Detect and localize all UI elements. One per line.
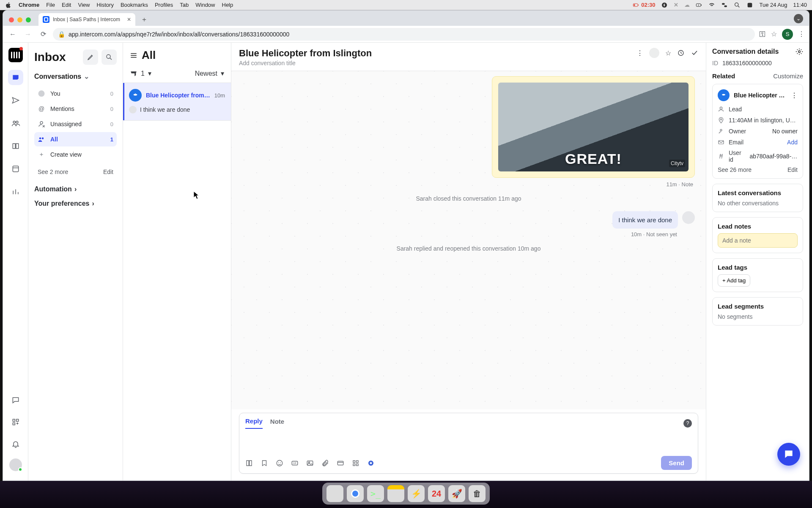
mac-menu-bookmarks[interactable]: Bookmarks [121, 2, 148, 8]
rail-articles[interactable] [8, 138, 23, 154]
dock-notes-icon[interactable] [387, 485, 404, 502]
dock-calendar-icon[interactable]: 24 [428, 485, 445, 502]
rail-apps[interactable] [8, 414, 23, 430]
tab-close-icon[interactable]: ✕ [127, 17, 131, 22]
filter-status[interactable]: 1 ▾ [130, 69, 151, 77]
mac-menu-profiles[interactable]: Profiles [155, 2, 173, 8]
sidebar-preferences[interactable]: Your preferences › [34, 200, 117, 207]
sidebar-item-unassigned[interactable]: Unassigned 0 [34, 117, 117, 131]
mac-menu-help[interactable]: Help [222, 2, 233, 8]
menubar-siri-icon[interactable] [746, 2, 753, 8]
search-button[interactable] [102, 50, 117, 65]
window-minimize-icon[interactable] [17, 17, 22, 22]
sidebar-item-mentions[interactable]: @ Mentions 0 [34, 102, 117, 116]
tab-overflow-icon[interactable]: ⌄ [794, 14, 803, 23]
nav-forward-button[interactable]: → [22, 29, 33, 40]
composer-macros-icon[interactable] [367, 459, 375, 467]
thread-subtitle[interactable]: Add conversation title [239, 60, 372, 66]
add-tag-button[interactable]: + Add tag [718, 274, 750, 287]
rail-contacts[interactable] [8, 116, 23, 131]
menubar-x-icon[interactable]: ✕ [674, 2, 678, 8]
composer-attach-icon[interactable] [321, 459, 329, 467]
nav-back-button[interactable]: ← [7, 29, 18, 40]
thread-more-icon[interactable]: ⋮ [636, 49, 643, 57]
bookmark-star-icon[interactable]: ☆ [771, 30, 777, 38]
entity-more-icon[interactable]: ⋮ [791, 91, 798, 99]
rail-inbox[interactable] [8, 70, 23, 85]
menubar-spotlight-icon[interactable] [734, 2, 741, 8]
composer-input[interactable] [245, 429, 692, 453]
sidebar-item-all[interactable]: All 1 [34, 132, 117, 146]
assignee-avatar-icon[interactable] [649, 48, 659, 58]
composer-emoji-icon[interactable] [276, 459, 283, 467]
browser-tab[interactable]: Inbox | SaaS Paths | Intercom ✕ [38, 13, 135, 26]
window-controls[interactable] [9, 17, 31, 22]
compose-button[interactable] [83, 50, 98, 65]
composer-gif-icon[interactable]: GIF [291, 459, 299, 467]
window-close-icon[interactable] [9, 17, 14, 22]
dock-trash-icon[interactable]: 🗑 [469, 485, 486, 502]
list-menu-icon[interactable] [130, 52, 137, 59]
mac-menu-edit[interactable]: Edit [62, 2, 71, 8]
sidebar-section-conversations[interactable]: Conversations ⌄ [34, 72, 117, 80]
mac-menu-file[interactable]: File [46, 2, 55, 8]
composer-tab-note[interactable]: Note [270, 418, 284, 428]
sidebar-item-you[interactable]: You 0 [34, 86, 117, 101]
entity-name[interactable]: Blue Helicopter fr... [734, 92, 787, 99]
dock-finder-icon[interactable] [326, 485, 343, 502]
rail-product[interactable] [8, 161, 23, 177]
menubar-control-center-icon[interactable] [721, 2, 728, 8]
details-settings-icon[interactable] [796, 48, 803, 55]
composer-apps-icon[interactable] [352, 459, 359, 467]
menubar-bolt-icon[interactable] [661, 2, 668, 8]
conversation-item[interactable]: Blue Helicopter from… 10m I think we are… [123, 83, 231, 121]
thread-close-icon[interactable] [691, 49, 698, 57]
sort-dropdown[interactable]: Newest ▾ [195, 69, 224, 77]
thread-snooze-icon[interactable] [677, 49, 685, 57]
details-see-more[interactable]: See 26 more [718, 166, 752, 173]
apple-menu-icon[interactable] [5, 2, 12, 8]
thread-star-icon[interactable]: ☆ [665, 49, 671, 57]
sidebar-create-view[interactable]: ＋ Create view [34, 147, 117, 162]
nav-reload-button[interactable]: ⟳ [38, 29, 49, 40]
composer-image-icon[interactable] [306, 459, 314, 467]
sidebar-automation[interactable]: Automation › [34, 185, 117, 193]
composer-articles-icon[interactable] [245, 459, 253, 467]
rail-reports[interactable] [8, 184, 23, 199]
composer-help-icon[interactable]: ? [683, 419, 692, 428]
composer-bookmark-icon[interactable] [261, 459, 268, 467]
mac-menu-view[interactable]: View [78, 2, 90, 8]
rail-livechat[interactable] [8, 392, 23, 408]
mac-menu-tab[interactable]: Tab [180, 2, 189, 8]
dock-chrome-icon[interactable] [347, 485, 364, 502]
rail-user-avatar[interactable] [9, 458, 22, 471]
chrome-profile-avatar[interactable]: S [782, 29, 793, 40]
message-scroll[interactable]: GREAT! Citytv 11m · Note Sarah closed th… [231, 71, 706, 409]
related-customize[interactable]: Customize [773, 72, 803, 80]
dock-terminal-icon[interactable]: >_ [367, 485, 384, 502]
sidebar-edit[interactable]: Edit [103, 168, 113, 175]
dock-rocket-icon[interactable]: 🚀 [448, 485, 465, 502]
kv-email-add[interactable]: Add [787, 139, 798, 146]
rail-outbound[interactable] [8, 93, 23, 108]
new-tab-button[interactable]: ＋ [139, 14, 150, 25]
send-button[interactable]: Send [661, 456, 692, 470]
sidebar-see-more[interactable]: See 2 more [38, 168, 68, 175]
mac-menu-window[interactable]: Window [195, 2, 215, 8]
window-zoom-icon[interactable] [26, 17, 31, 22]
menubar-cloud-icon[interactable]: ☁︎ [684, 2, 690, 8]
mac-app-name[interactable]: Chrome [19, 2, 39, 8]
dock-bolt-icon[interactable]: ⚡ [408, 485, 425, 502]
add-note-input[interactable] [718, 233, 798, 248]
menubar-date[interactable]: Tue 24 Aug [759, 2, 787, 8]
rail-notifications[interactable] [8, 436, 23, 452]
menubar-clock[interactable]: 11:40 [793, 2, 807, 8]
composer-card-icon[interactable] [337, 459, 344, 467]
details-edit[interactable]: Edit [787, 166, 798, 173]
chrome-menu-icon[interactable]: ⋮ [798, 30, 805, 38]
mac-menu-history[interactable]: History [96, 2, 113, 8]
menubar-battery-icon[interactable]: 02:30 [633, 2, 655, 8]
composer-tab-reply[interactable]: Reply [245, 417, 263, 429]
address-bar[interactable]: 🔒 app.intercom.com/a/apps/nqe7r2fw/inbox… [53, 28, 755, 41]
intercom-logo-icon[interactable] [8, 48, 23, 62]
